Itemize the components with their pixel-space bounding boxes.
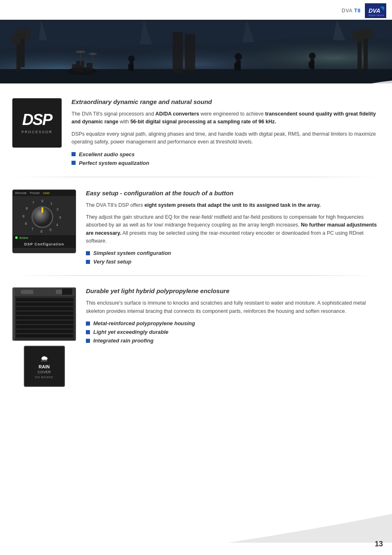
- section2-title: Easy setup - configuration at the touch …: [86, 190, 380, 197]
- enclosure-images: 🌧 RAIN COVER ON BOARD: [12, 287, 76, 387]
- svg-rect-63: [16, 316, 73, 319]
- model-name: T8: [354, 8, 361, 14]
- svg-rect-15: [86, 63, 92, 71]
- bullet-icon: [71, 161, 76, 165]
- svg-rect-59: [16, 298, 73, 301]
- bullet-icon: [86, 339, 90, 343]
- bullet-item: Metal-reinforced polypropylene housing: [86, 320, 380, 326]
- rain-word: RAIN: [37, 364, 51, 370]
- dsp-dial-area: 0 1 2 3 4 5 6 7 8 9 8 7: [13, 196, 76, 235]
- svg-rect-29: [128, 64, 131, 70]
- section-dsp: DSP PROCESSOR Extraordinary dynamic rang…: [0, 83, 392, 177]
- rain-title-text: RAIN COVER: [37, 364, 51, 374]
- svg-rect-61: [16, 307, 73, 310]
- svg-text:6: 6: [40, 229, 42, 233]
- svg-point-31: [235, 53, 242, 60]
- bullet-icon: [86, 260, 90, 264]
- bullet-item: Simplest system configuration: [86, 250, 380, 256]
- svg-rect-69: [74, 288, 76, 341]
- svg-rect-33: [234, 63, 237, 69]
- curve-decoration: [310, 81, 392, 83]
- svg-text:9: 9: [22, 214, 24, 218]
- bullet-icon: [86, 330, 90, 334]
- bullet-label: Integrated rain proofing: [93, 338, 154, 344]
- svg-rect-19: [92, 55, 93, 66]
- active-label: Active: [19, 236, 28, 240]
- bullet-item: Excellent audio specs: [71, 151, 380, 157]
- hero-banner: [0, 20, 392, 83]
- bullet-label: Simplest system configuration: [93, 250, 171, 256]
- dsp-letters: DSP: [22, 112, 52, 127]
- svg-rect-21: [173, 32, 183, 73]
- header: DVA T8 DVA Digital Vertical Array: [0, 0, 392, 20]
- svg-point-35: [309, 53, 316, 59]
- section3-body: This enclosure's surface is immune to kn…: [86, 299, 380, 315]
- dsp-sublabel: PROCESSOR: [21, 130, 53, 134]
- bullet-icon: [71, 152, 76, 156]
- svg-rect-12: [16, 29, 30, 39]
- rain-cover-badge: 🌧 RAIN COVER ON BOARD: [24, 346, 65, 387]
- bullet-label: Metal-reinforced polypropylene housing: [93, 320, 195, 326]
- hero-scene-svg: [0, 20, 392, 83]
- user-label: User: [43, 191, 50, 195]
- svg-point-18: [76, 51, 85, 53]
- svg-rect-70: [21, 290, 33, 294]
- svg-rect-65: [16, 325, 73, 328]
- bullet-item: Very fast setup: [86, 259, 380, 265]
- svg-text:2: 2: [56, 207, 58, 211]
- svg-rect-34: [237, 63, 240, 69]
- bullet-label: Light yet exceedingly durable: [93, 329, 168, 335]
- active-indicator: [15, 236, 18, 239]
- svg-rect-26: [359, 29, 373, 39]
- svg-text:8: 8: [25, 222, 27, 226]
- svg-rect-38: [311, 62, 314, 68]
- dsp-processor-image: DSP PROCESSOR: [12, 98, 62, 148]
- bullet-icon: [86, 251, 90, 255]
- dsp-config-header: Remote Preset User: [13, 190, 76, 196]
- dsp-dial-svg: 0 1 2 3 4 5 6 7 8 9 8 7: [18, 198, 71, 233]
- bottom-curve-decoration: [228, 514, 392, 543]
- svg-text:DVA: DVA: [369, 7, 380, 14]
- section3-content: Durable yet light hybrid polypropylene e…: [86, 287, 380, 346]
- svg-rect-67: [16, 334, 73, 338]
- bullet-label: Very fast setup: [93, 259, 131, 265]
- remote-label: Remote: [15, 191, 27, 195]
- section1-content: Extraordinary dynamic range and natural …: [71, 98, 380, 169]
- bullet-label: Perfect system equalization: [79, 160, 149, 166]
- dsp-config-box: Remote Preset User 0 1 2 3 4 5 6 7 8: [12, 190, 76, 253]
- cover-word: COVER: [37, 370, 51, 375]
- bullet-item: Integrated rain proofing: [86, 338, 380, 344]
- svg-text:5: 5: [49, 228, 51, 232]
- section1-body2: DSPs equalize every signal path, alignin…: [71, 130, 380, 146]
- page-number: 13: [375, 540, 383, 548]
- svg-text:Digital Vertical Array: Digital Vertical Array: [369, 14, 384, 16]
- section2-body1: The DVA T8's DSP offers eight system pre…: [86, 201, 380, 209]
- dsp-config-image: Remote Preset User 0 1 2 3 4 5 6 7 8: [12, 190, 76, 253]
- enclosure-image: [12, 287, 76, 341]
- svg-point-20: [89, 53, 97, 55]
- rain-icon: 🌧: [40, 354, 48, 363]
- section2-content: Easy setup - configuration at the touch …: [86, 190, 380, 268]
- svg-rect-66: [16, 330, 73, 333]
- svg-rect-62: [16, 312, 73, 315]
- section1-body: The DVA T8's signal processors and AD/DA…: [71, 110, 380, 126]
- dsp-box: DSP PROCESSOR: [12, 98, 62, 148]
- svg-rect-17: [80, 53, 81, 65]
- svg-text:0: 0: [41, 199, 43, 203]
- header-title: DVA T8: [342, 8, 361, 14]
- active-row: Active: [13, 235, 76, 240]
- svg-rect-56: [42, 207, 43, 213]
- dva-logo-icon: DVA Digital Vertical Array: [367, 5, 384, 16]
- section2-bullets: Simplest system configuration Very fast …: [86, 250, 380, 265]
- svg-rect-68: [13, 288, 15, 341]
- section3-bullets: Metal-reinforced polypropylene housing L…: [86, 320, 380, 344]
- section2-body2: They adjust the gain structure and EQ fo…: [86, 213, 380, 245]
- preset-label: Preset: [30, 191, 39, 195]
- svg-text:4: 4: [56, 223, 58, 227]
- svg-text:8: 8: [25, 206, 28, 210]
- logo: DVA Digital Vertical Array: [365, 3, 386, 18]
- bullet-label: Excellent audio specs: [79, 151, 135, 157]
- svg-rect-60: [16, 303, 73, 306]
- section-dsp-config: Remote Preset User 0 1 2 3 4 5 6 7 8: [0, 177, 392, 276]
- bullet-item: Light yet exceedingly durable: [86, 329, 380, 335]
